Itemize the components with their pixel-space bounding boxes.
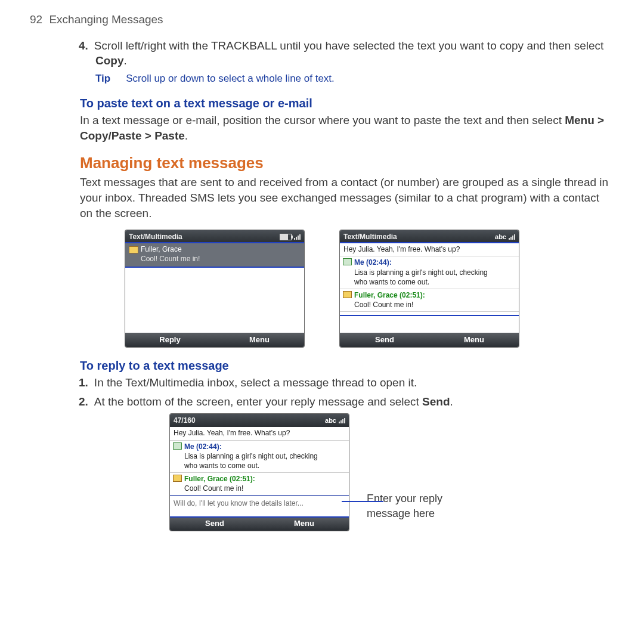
- softkey-left[interactable]: Send: [340, 335, 429, 345]
- tip-label: Tip: [95, 73, 110, 84]
- status-icons: abc: [495, 233, 515, 242]
- section-title: Exchanging Messages: [49, 13, 163, 26]
- reply-heading: To reply to a text message: [80, 358, 614, 374]
- screenshot-row: Text/Multimedia Fuller, Grace Cool! Coun…: [30, 230, 614, 347]
- softkey-bar: Reply Menu: [125, 333, 304, 347]
- phone-screenshot-reply: 47/160 abc Hey Julia. Yeah, I'm free. Wh…: [170, 414, 349, 530]
- callout-label: Enter your reply message here: [367, 414, 474, 521]
- thread-preview: Cool! Count me in!: [141, 254, 301, 264]
- sent-icon: [173, 442, 182, 450]
- tip-text: Scroll up or down to select a whole line…: [126, 73, 335, 84]
- step-number: 2.: [79, 395, 88, 408]
- char-counter: 47/160: [174, 416, 196, 425]
- reply-step-1: 1.In the Text/Multimedia inbox, select a…: [95, 375, 614, 391]
- softkey-right[interactable]: Menu: [215, 335, 304, 345]
- step-number: 1.: [79, 376, 88, 389]
- reply-step-2: 2.At the bottom of the screen, enter you…: [95, 394, 614, 410]
- thread-content: Hey Julia. Yeah, I'm free. What's up? Me…: [340, 243, 519, 315]
- input-mode-indicator: abc: [325, 416, 336, 425]
- statusbar-title: Text/Multimedia: [343, 232, 397, 242]
- message-incoming: Hey Julia. Yeah, I'm free. What's up?: [170, 427, 349, 440]
- softkey-bar: Send Menu: [340, 333, 519, 347]
- message-incoming: Fuller, Grace (02:51): Cool! Count me in…: [340, 289, 519, 312]
- status-icons: abc: [325, 416, 345, 425]
- page-number: 92: [30, 13, 42, 26]
- tip-row: TipScroll up or down to select a whole l…: [95, 72, 614, 86]
- statusbar-title: Text/Multimedia: [129, 232, 182, 242]
- managing-body: Text messages that are sent to and recei…: [80, 175, 614, 221]
- softkey-left[interactable]: Send: [170, 518, 259, 529]
- softkey-left[interactable]: Reply: [125, 335, 215, 345]
- step-number: 4.: [79, 39, 88, 52]
- reply-input[interactable]: Will do, I'll let you know the details l…: [170, 496, 349, 516]
- softkey-right[interactable]: Menu: [259, 518, 349, 529]
- status-bar: 47/160 abc: [170, 414, 349, 427]
- softkey-bar: Send Menu: [170, 516, 349, 531]
- message-incoming: Hey Julia. Yeah, I'm free. What's up?: [340, 243, 519, 256]
- status-bar: Text/Multimedia: [125, 230, 304, 243]
- thread-item[interactable]: Fuller, Grace Cool! Count me in!: [125, 243, 304, 266]
- paste-heading: To paste text on a text message or e-mai…: [80, 95, 614, 112]
- envelope-icon: [129, 246, 138, 253]
- input-mode-indicator: abc: [495, 233, 506, 242]
- envelope-icon: [173, 475, 182, 482]
- message-outgoing: Me (02:44): Lisa is planning a girl's ni…: [340, 256, 519, 289]
- sent-icon: [343, 258, 352, 265]
- reply-screenshot-row: 47/160 abc Hey Julia. Yeah, I'm free. Wh…: [30, 414, 614, 530]
- status-icons: [280, 234, 301, 240]
- status-bar: Text/Multimedia abc: [340, 230, 519, 243]
- page-header: 92 Exchanging Messages: [30, 12, 614, 27]
- phone-screenshot-thread: Text/Multimedia abc Hey Julia. Yeah, I'm…: [340, 230, 519, 347]
- step-4: 4.Scroll left/right with the TRACKBALL u…: [95, 38, 614, 69]
- softkey-right[interactable]: Menu: [429, 335, 519, 345]
- paste-body: In a text message or e-mail, position th…: [80, 113, 614, 143]
- managing-heading: Managing text messages: [80, 153, 614, 174]
- signal-icon: [294, 234, 301, 240]
- phone-screenshot-inbox: Text/Multimedia Fuller, Grace Cool! Coun…: [125, 230, 304, 347]
- callout-line: [342, 501, 383, 502]
- signal-icon: [339, 417, 345, 423]
- envelope-icon: [343, 291, 352, 298]
- inbox-content: Fuller, Grace Cool! Count me in!: [125, 243, 304, 333]
- signal-icon: [509, 234, 515, 240]
- thread-from: Fuller, Grace: [141, 244, 301, 254]
- battery-icon: [280, 234, 292, 240]
- message-incoming: Fuller, Grace (02:51): Cool! Count me in…: [170, 473, 349, 496]
- thread-content: Hey Julia. Yeah, I'm free. What's up? Me…: [170, 427, 349, 516]
- message-outgoing: Me (02:44): Lisa is planning a girl's ni…: [170, 441, 349, 473]
